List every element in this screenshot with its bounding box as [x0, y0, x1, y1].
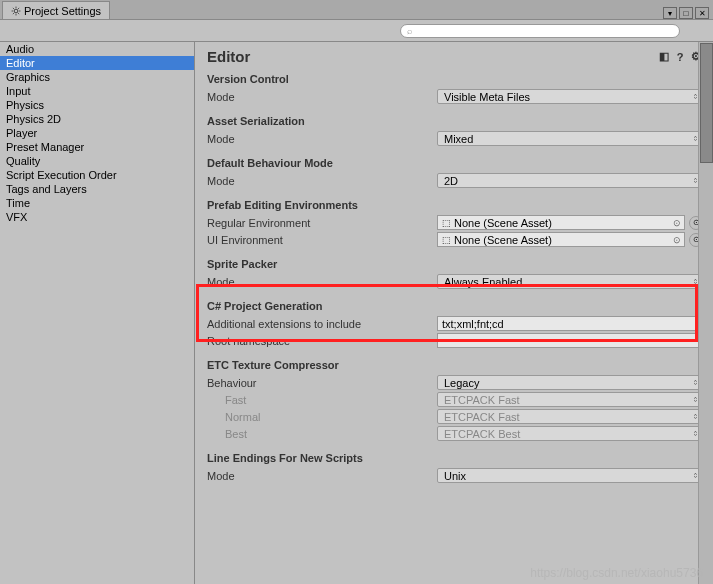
le-mode-label: Mode — [207, 470, 437, 482]
etc-normal-dropdown[interactable]: ETCPACK Fast — [437, 409, 703, 424]
sidebar: Audio Editor Graphics Input Physics Phys… — [0, 42, 195, 584]
search-icon: ⌕ — [407, 26, 412, 36]
tab-bar: Project Settings ▾ □ ✕ — [0, 0, 713, 20]
sidebar-item-preset-manager[interactable]: Preset Manager — [0, 140, 194, 154]
section-version-control: Version Control — [207, 73, 703, 85]
scrollbar[interactable] — [698, 42, 713, 584]
section-csharp: C# Project Generation — [207, 300, 703, 312]
scrollbar-thumb[interactable] — [700, 43, 713, 163]
sidebar-item-script-execution[interactable]: Script Execution Order — [0, 168, 194, 182]
as-mode-dropdown[interactable]: Mixed — [437, 131, 703, 146]
close-button[interactable]: ✕ — [695, 7, 709, 19]
sidebar-item-editor[interactable]: Editor — [0, 56, 194, 70]
sidebar-item-player[interactable]: Player — [0, 126, 194, 140]
section-prefab-env: Prefab Editing Environments — [207, 199, 703, 211]
search-input[interactable]: ⌕ — [400, 24, 680, 38]
as-mode-label: Mode — [207, 133, 437, 145]
section-line-endings: Line Endings For New Scripts — [207, 452, 703, 464]
unity-icon: ⬚ — [442, 218, 451, 228]
sidebar-item-vfx[interactable]: VFX — [0, 210, 194, 224]
section-etc: ETC Texture Compressor — [207, 359, 703, 371]
help-icon[interactable]: ◧ — [657, 50, 671, 64]
ui-env-label: UI Environment — [207, 234, 437, 246]
ext-label: Additional extensions to include — [207, 318, 437, 330]
etc-fast-dropdown[interactable]: ETCPACK Fast — [437, 392, 703, 407]
tab-project-settings[interactable]: Project Settings — [2, 1, 110, 19]
sidebar-item-quality[interactable]: Quality — [0, 154, 194, 168]
sidebar-item-audio[interactable]: Audio — [0, 42, 194, 56]
section-default-behaviour: Default Behaviour Mode — [207, 157, 703, 169]
sp-mode-dropdown[interactable]: Always Enabled — [437, 274, 703, 289]
search-row: ⌕ — [0, 20, 713, 42]
section-asset-serialization: Asset Serialization — [207, 115, 703, 127]
sp-mode-label: Mode — [207, 276, 437, 288]
ui-env-field[interactable]: ⬚None (Scene Asset) — [437, 232, 685, 247]
window-controls: ▾ □ ✕ — [663, 7, 713, 19]
db-mode-dropdown[interactable]: 2D — [437, 173, 703, 188]
vc-mode-dropdown[interactable]: Visible Meta Files — [437, 89, 703, 104]
etc-normal-label: Normal — [207, 411, 437, 423]
etc-best-label: Best — [207, 428, 437, 440]
ext-input[interactable]: txt;xml;fnt;cd — [437, 316, 703, 331]
db-mode-label: Mode — [207, 175, 437, 187]
section-sprite-packer: Sprite Packer — [207, 258, 703, 270]
docs-icon[interactable]: ? — [673, 50, 687, 64]
etc-behaviour-dropdown[interactable]: Legacy — [437, 375, 703, 390]
etc-behaviour-label: Behaviour — [207, 377, 437, 389]
svg-point-0 — [14, 9, 18, 13]
sidebar-item-physics-2d[interactable]: Physics 2D — [0, 112, 194, 126]
ns-label: Root namespace — [207, 335, 437, 347]
le-mode-dropdown[interactable]: Unix — [437, 468, 703, 483]
maximize-button[interactable]: □ — [679, 7, 693, 19]
vc-mode-label: Mode — [207, 91, 437, 103]
unity-icon: ⬚ — [442, 235, 451, 245]
regular-env-label: Regular Environment — [207, 217, 437, 229]
sidebar-item-input[interactable]: Input — [0, 84, 194, 98]
etc-best-dropdown[interactable]: ETCPACK Best — [437, 426, 703, 441]
ns-input[interactable] — [437, 333, 703, 348]
sidebar-item-tags-layers[interactable]: Tags and Layers — [0, 182, 194, 196]
content-panel: Editor ◧ ? ⚙ Version Control Mode Visibl… — [195, 42, 713, 584]
gear-icon — [11, 6, 21, 16]
sidebar-item-time[interactable]: Time — [0, 196, 194, 210]
sidebar-item-physics[interactable]: Physics — [0, 98, 194, 112]
tab-label: Project Settings — [24, 5, 101, 17]
dropdown-icon[interactable]: ▾ — [663, 7, 677, 19]
regular-env-field[interactable]: ⬚None (Scene Asset) — [437, 215, 685, 230]
etc-fast-label: Fast — [207, 394, 437, 406]
page-title: Editor ◧ ? ⚙ — [207, 48, 703, 65]
sidebar-item-graphics[interactable]: Graphics — [0, 70, 194, 84]
